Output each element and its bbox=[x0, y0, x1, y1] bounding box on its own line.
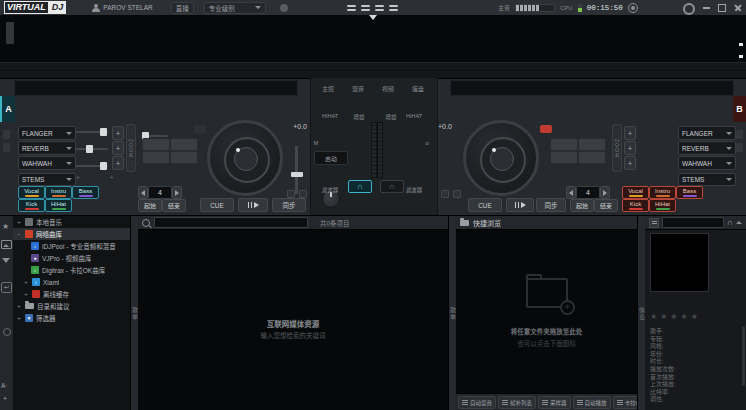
deck-b-fx2-add[interactable]: + bbox=[624, 141, 636, 155]
star-rating[interactable]: ★★★★★ bbox=[650, 312, 701, 321]
list-options-icon[interactable] bbox=[649, 218, 659, 228]
expander[interactable]: + bbox=[16, 315, 22, 321]
image-icon[interactable] bbox=[1, 240, 12, 249]
deck-b-stem-hihat[interactable]: HiHat bbox=[649, 199, 676, 212]
layout-2-icon[interactable] bbox=[361, 3, 372, 12]
deck-a-zoom-strip[interactable]: ZOOM bbox=[126, 124, 136, 172]
deck-a-sync-button[interactable]: 同步 bbox=[272, 198, 306, 212]
deck-a-stem-vocal[interactable]: Vocal bbox=[18, 186, 45, 199]
layout-select[interactable]: 专业级别 bbox=[204, 2, 266, 14]
gear-icon[interactable] bbox=[683, 3, 695, 15]
deck-b-fx3-select[interactable]: WAHWAH bbox=[678, 156, 736, 170]
deck-a-pitch-minus[interactable] bbox=[287, 190, 295, 198]
deck-a-loop-value[interactable]: 4 bbox=[148, 186, 172, 199]
deck-b-loop-double[interactable] bbox=[600, 186, 610, 199]
collapse-icon[interactable] bbox=[736, 221, 742, 224]
tree-item-filters[interactable]: + ▼ 筛选器 bbox=[13, 312, 130, 324]
tree-item-idjpool[interactable]: ♪ iDJPool - 专业音频和混音 bbox=[13, 240, 130, 252]
deck-b-fx1-select[interactable]: FLANGER bbox=[678, 126, 736, 140]
tree-item-local-music[interactable]: + 本地音乐 bbox=[13, 216, 130, 228]
deck-a-stem-hihat[interactable]: HiHat bbox=[45, 199, 72, 212]
deck-b-loop-half[interactable] bbox=[566, 186, 576, 199]
tree-item-catalog[interactable]: + 目录和建议 bbox=[13, 300, 130, 312]
deck-a-fx1-slider[interactable] bbox=[76, 131, 108, 133]
tab-autoplay[interactable]: 自动播放 bbox=[573, 396, 611, 409]
layout-3-icon[interactable] bbox=[375, 3, 386, 12]
deck-a-fx1-add[interactable]: + bbox=[112, 126, 124, 140]
search-input[interactable] bbox=[154, 217, 308, 228]
tab-automix[interactable]: 自动混音 bbox=[458, 396, 496, 409]
expander[interactable]: + bbox=[23, 279, 29, 285]
deck-a-fx3-add[interactable]: + bbox=[112, 156, 124, 170]
deck-b-sync-button[interactable]: 同步 bbox=[536, 198, 566, 212]
star-icon[interactable]: ★ bbox=[2, 222, 9, 231]
deck-b-loop-value[interactable]: 4 bbox=[576, 186, 600, 199]
deck-a-side-handle-1[interactable] bbox=[3, 130, 10, 139]
deck-a-jogwheel[interactable] bbox=[207, 120, 283, 196]
deck-b-stem-instru[interactable]: Instru bbox=[649, 186, 676, 199]
font-larger-button[interactable]: + bbox=[3, 395, 7, 402]
deck-a-loop-half[interactable] bbox=[138, 186, 148, 199]
circle-icon[interactable] bbox=[3, 328, 11, 336]
layout-4-icon[interactable] bbox=[389, 3, 400, 12]
search-results-area[interactable]: 互联网媒体资源 输入您想检索的关键词 bbox=[138, 230, 448, 410]
deck-b-pad-4[interactable] bbox=[578, 151, 606, 164]
info-search-input[interactable] bbox=[662, 217, 724, 228]
expander[interactable]: − bbox=[16, 231, 22, 237]
minimize-button[interactable] bbox=[700, 2, 712, 13]
waveform-display[interactable] bbox=[0, 15, 746, 62]
help-icon[interactable] bbox=[280, 4, 288, 12]
deck-a-pitch-fader[interactable] bbox=[295, 146, 298, 194]
deck-a-stem-bass[interactable]: Bass bbox=[72, 186, 99, 199]
deck-b-fx1-add[interactable]: + bbox=[624, 126, 636, 140]
deck-a-stem-instru[interactable]: Instru bbox=[45, 186, 72, 199]
deck-b-tab[interactable]: B bbox=[733, 96, 746, 122]
deck-a-loop-out-button[interactable]: 结束 bbox=[162, 199, 186, 212]
deck-a-stems-add1[interactable]: + bbox=[76, 174, 80, 180]
deck-b-jogwheel[interactable] bbox=[463, 120, 539, 196]
deck-b-fx2-select[interactable]: REVERB bbox=[678, 141, 736, 155]
deck-b-pad-3[interactable] bbox=[550, 151, 578, 164]
deck-b-pad-2[interactable] bbox=[578, 138, 606, 151]
deck-a-tab[interactable]: A bbox=[0, 96, 15, 122]
deck-b-play-button[interactable] bbox=[506, 198, 534, 212]
deck-b-loop-in-button[interactable]: 起始 bbox=[570, 199, 594, 212]
deck-b-side-handle-2[interactable] bbox=[736, 143, 743, 152]
drop-zone[interactable]: 将任意文件夹拖放至此处 也可以点击下面图标 bbox=[456, 230, 637, 393]
close-button[interactable] bbox=[732, 2, 744, 13]
deck-a-cue-button[interactable]: CUE bbox=[200, 198, 234, 212]
expander[interactable]: + bbox=[16, 219, 22, 225]
deck-b-zoom-strip[interactable]: ZOOM bbox=[612, 124, 622, 172]
deck-a-loop-double[interactable] bbox=[172, 186, 182, 199]
deck-b-pitch-minus[interactable] bbox=[441, 190, 449, 198]
deck-b-loop-out-button[interactable]: 结束 bbox=[594, 199, 618, 212]
tree-item-xiami[interactable]: + ♪ Xiami bbox=[13, 276, 130, 288]
mixer-tab-scratch[interactable]: 搓盘 bbox=[404, 84, 432, 93]
mixer-tab-video[interactable]: 视频 bbox=[374, 84, 402, 93]
deck-a-pad-2[interactable] bbox=[170, 138, 198, 151]
deck-a-stem-kick[interactable]: Kick bbox=[18, 199, 45, 212]
filter-icon[interactable] bbox=[2, 258, 10, 263]
deck-b-cue-button[interactable]: CUE bbox=[468, 198, 502, 212]
deck-a-play-button[interactable] bbox=[238, 198, 268, 212]
tab-sidelist[interactable]: 候补列表 bbox=[498, 396, 536, 409]
tab-sampler[interactable]: 采样器 bbox=[538, 396, 571, 409]
deck-a-pad-slider[interactable] bbox=[142, 135, 168, 137]
font-smaller-button[interactable]: A· bbox=[1, 382, 8, 389]
deck-a-pad-3[interactable] bbox=[142, 151, 170, 164]
deck-b-stem-vocal[interactable]: Vocal bbox=[622, 186, 649, 199]
deck-a-fx2-add[interactable]: + bbox=[112, 141, 124, 155]
expander[interactable]: + bbox=[23, 291, 29, 297]
deck-a-side-handle-2[interactable] bbox=[3, 143, 10, 152]
headphone-icon[interactable]: ∩ bbox=[727, 218, 733, 227]
deck-b-stems-select[interactable]: STEMS bbox=[678, 173, 736, 186]
deck-a-pitch-plus[interactable] bbox=[299, 190, 307, 198]
track-overview-strip[interactable] bbox=[0, 62, 746, 79]
deck-b-side-handle-1[interactable] bbox=[736, 130, 743, 139]
info-scrollbar[interactable] bbox=[742, 326, 745, 386]
deck-a-fx3-slider[interactable] bbox=[76, 165, 108, 167]
mixer-tab-master[interactable]: 主控 bbox=[314, 84, 342, 93]
deck-a-loop-in-button[interactable]: 起始 bbox=[138, 199, 162, 212]
tree-item-digitrax[interactable]: ♪ Digitrax - 卡拉OK曲库 bbox=[13, 264, 130, 276]
deck-b-fx3-add[interactable]: + bbox=[624, 156, 636, 170]
